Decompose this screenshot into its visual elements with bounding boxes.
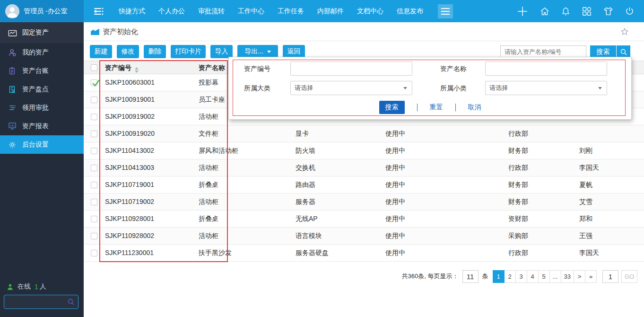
row-checkbox[interactable]	[91, 97, 97, 103]
user-zone[interactable]: 管理员 -办公室	[0, 0, 84, 22]
row-checkbox[interactable]	[91, 131, 97, 137]
row-checkbox[interactable]	[91, 148, 97, 154]
nav-item-6[interactable]: 文档中心	[350, 0, 390, 22]
cell-name: 活动柜	[196, 194, 293, 210]
page-ellipsis: ...	[549, 270, 561, 283]
asset-search-input[interactable]	[500, 45, 586, 58]
cell-dept: 采购部	[505, 228, 576, 244]
page-button-3[interactable]: 3	[515, 270, 527, 283]
sidebar-item-3[interactable]: 资产盘点	[0, 80, 84, 98]
advanced-search-panel: 资产编号 资产名称 所属大类 请选择 所属小类 请选择 搜索 重置 取消	[228, 57, 632, 120]
settings-icon	[8, 141, 17, 149]
table-row[interactable]: SJKP110928002活动柜语言模块使用中采购部王强	[84, 228, 644, 245]
nav-item-2[interactable]: 审批流转	[191, 0, 231, 22]
sort-icon[interactable]	[135, 67, 139, 73]
page-button-2[interactable]: 2	[504, 270, 516, 283]
toolbar-button-1[interactable]: 修改	[117, 45, 139, 58]
apps-icon[interactable]	[582, 6, 592, 17]
nav-item-4[interactable]: 工作任务	[271, 0, 311, 22]
sidebar-item-label: 资产台账	[22, 67, 49, 75]
goto-page-input[interactable]	[602, 270, 618, 283]
cell-user: 夏帆	[576, 176, 644, 193]
inventory-icon	[8, 85, 16, 94]
nav-item-7[interactable]: 信息发布	[390, 0, 430, 22]
cell-code: SJKP110719001	[99, 176, 196, 193]
table-row[interactable]: SJKP100919020文件柜显卡使用中行政部	[84, 125, 644, 142]
page-button-33[interactable]: 33	[561, 270, 574, 283]
row-checkbox[interactable]	[91, 114, 97, 120]
table-row[interactable]: SJKP110413002屏风和活动柜防火墙使用中财务部刘刚	[84, 142, 644, 159]
toolbar-button-3[interactable]: 打印卡片	[171, 45, 206, 58]
cell-dept: 行政部	[505, 125, 576, 142]
col-header-code[interactable]: 资产编号	[105, 64, 131, 71]
nav-item-0[interactable]: 快捷方式	[112, 0, 152, 22]
cell-name: 折叠桌	[196, 211, 293, 227]
major-category-select[interactable]: 请选择	[290, 81, 412, 95]
plus-icon[interactable]	[516, 5, 529, 18]
favorite-star-icon[interactable]	[620, 27, 629, 36]
table-row[interactable]: SJKP111230001扶手黑沙发服务器硬盘使用中行政部李国天	[84, 245, 644, 262]
sidebar-item-label: 领用审批	[22, 104, 49, 112]
last-page-button[interactable]: »	[585, 270, 597, 283]
toolbar-button-5[interactable]: 导出...	[237, 45, 278, 58]
asset-code-field[interactable]	[290, 62, 412, 76]
online-count: 1	[35, 283, 38, 291]
row-checkbox[interactable]	[91, 79, 97, 86]
menu-toggle-button[interactable]	[438, 4, 453, 18]
row-checkbox[interactable]	[91, 250, 97, 256]
sidebar-item-4[interactable]: 领用审批	[0, 98, 84, 117]
nav-item-1[interactable]: 个人办公	[152, 0, 191, 22]
table-row[interactable]: SJKP110928001折叠桌无线AP使用中资财部郑和	[84, 211, 644, 228]
toolbar-button-0[interactable]: 新建	[90, 45, 112, 58]
sidebar: 固定资产我的资产资产台账资产盘点领用审批资产报表后台设置 在线 1 人	[0, 22, 84, 317]
row-checkbox[interactable]	[91, 199, 97, 205]
theme-icon[interactable]	[603, 6, 614, 17]
toolbar-button-4[interactable]: 导入	[210, 45, 233, 58]
sidebar-item-2[interactable]: 资产台账	[0, 62, 84, 80]
table-row[interactable]: SJKP110719001折叠桌路由器使用中财务部夏帆	[84, 176, 644, 194]
row-checkbox[interactable]	[91, 216, 97, 222]
toolbar-button-2[interactable]: 删除	[144, 45, 166, 58]
main-content: 资产初始化 搜索 新建修改删除打印卡片导入导出...返回 资产编号 资产名称 S…	[84, 22, 644, 317]
asset-name-field[interactable]	[485, 62, 607, 76]
sidebar-item-0[interactable]: 固定资产	[0, 22, 84, 43]
power-icon[interactable]	[625, 6, 635, 17]
sidebar-item-1[interactable]: 我的资产	[0, 43, 84, 62]
minor-category-select[interactable]: 请选择	[485, 81, 607, 95]
sidebar-search-icon[interactable]	[67, 298, 75, 306]
page-button-4[interactable]: 4	[527, 270, 539, 283]
sidebar-search-box[interactable]	[4, 295, 78, 309]
nav-collapse-icon[interactable]	[92, 6, 104, 17]
row-checkbox[interactable]	[91, 182, 97, 188]
cell-name2: 交换机	[293, 159, 383, 176]
page-size-input[interactable]	[462, 270, 479, 283]
nav-item-5[interactable]: 内部邮件	[311, 0, 350, 22]
cell-code: SJKP111230001	[99, 245, 196, 261]
go-button[interactable]: GO	[621, 270, 637, 283]
cell-code: SJKP100919002	[99, 108, 196, 125]
panel-reset-link[interactable]: 重置	[430, 103, 443, 112]
sidebar-item-5[interactable]: 资产报表	[0, 117, 84, 135]
row-checkbox[interactable]	[91, 233, 97, 239]
page-button-5[interactable]: 5	[538, 270, 550, 283]
toolbar-button-6[interactable]: 返回	[283, 45, 305, 58]
panel-search-button[interactable]: 搜索	[379, 101, 405, 114]
nav-item-3[interactable]: 工作中心	[231, 0, 271, 22]
home-icon[interactable]	[540, 6, 550, 17]
page-button-1[interactable]: 1	[493, 270, 505, 283]
table-row[interactable]: SJKP110719002活动柜服务器使用中财务部艾雪	[84, 194, 644, 211]
next-page-button[interactable]: >	[574, 270, 585, 283]
row-checkbox[interactable]	[91, 165, 97, 171]
sidebar-item-6[interactable]: 后台设置	[0, 135, 84, 154]
cell-name: 文件柜	[196, 125, 293, 142]
cell-user	[576, 125, 644, 142]
online-suffix: 人	[40, 282, 46, 291]
select-all-checkbox[interactable]	[91, 64, 97, 71]
table-row[interactable]: SJKP110413003活动柜交换机使用中行政部李国天	[84, 159, 644, 176]
panel-cancel-link[interactable]: 取消	[468, 103, 481, 112]
search-button[interactable]: 搜索	[590, 45, 630, 58]
bell-icon[interactable]	[561, 6, 571, 17]
fixed-assets-icon	[8, 29, 17, 37]
col-header-name[interactable]: 资产名称	[199, 64, 225, 71]
sidebar-search-input[interactable]	[4, 299, 67, 306]
